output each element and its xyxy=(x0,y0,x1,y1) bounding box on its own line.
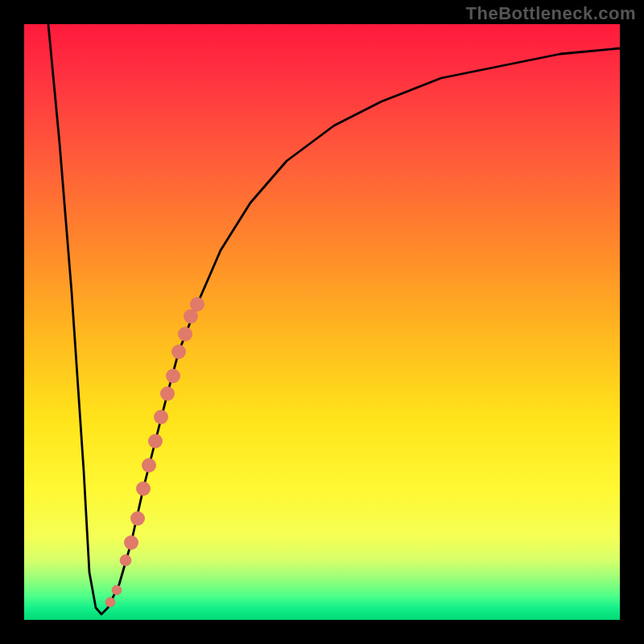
svg-point-4 xyxy=(130,511,145,526)
svg-point-8 xyxy=(154,410,168,424)
svg-point-6 xyxy=(142,458,156,473)
svg-point-0 xyxy=(105,597,115,607)
watermark-text: TheBottleneck.com xyxy=(466,3,636,24)
curve-layer xyxy=(24,24,620,620)
bottleneck-curve xyxy=(48,24,620,614)
highlight-dots xyxy=(105,297,204,607)
plot-area xyxy=(24,24,620,620)
svg-point-9 xyxy=(160,386,175,401)
svg-point-10 xyxy=(166,369,180,383)
svg-point-11 xyxy=(171,345,186,359)
svg-point-2 xyxy=(120,555,131,566)
svg-point-3 xyxy=(124,535,138,550)
svg-point-14 xyxy=(190,297,204,312)
svg-point-1 xyxy=(112,585,122,595)
svg-point-12 xyxy=(178,327,192,341)
chart-frame: TheBottleneck.com xyxy=(0,0,644,644)
svg-point-5 xyxy=(136,481,151,496)
svg-point-7 xyxy=(148,434,163,448)
